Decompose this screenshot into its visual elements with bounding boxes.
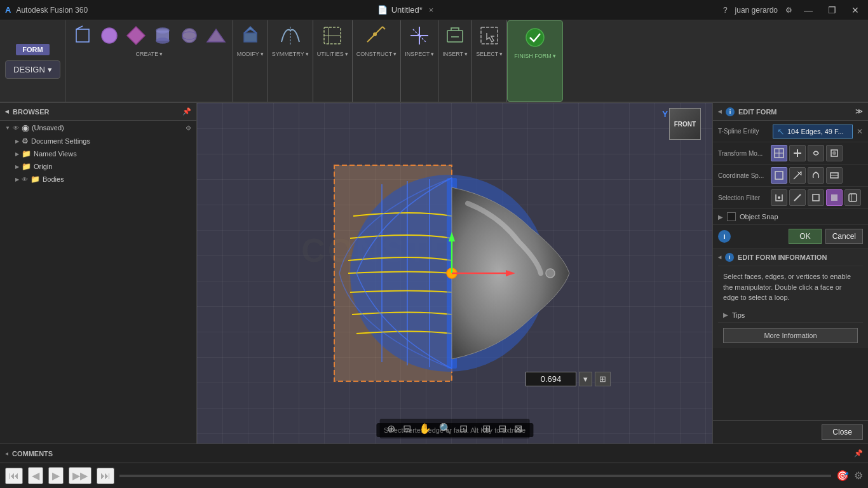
timeline-bar[interactable] (119, 475, 831, 477)
pan-icon[interactable]: ✋ (416, 421, 434, 436)
create-box-btn[interactable] (70, 23, 95, 48)
sel-filter-btn-4[interactable] (826, 189, 843, 206)
ef-info-expand[interactable]: ◂ (718, 254, 721, 261)
coord-space-btn-3[interactable] (808, 167, 824, 184)
close-btn-container: Close (713, 420, 868, 444)
skip-end-btn[interactable]: ⏭ (97, 468, 114, 484)
display-mode-btn[interactable]: ⊞ (480, 421, 493, 436)
construct-btn-1[interactable] (363, 23, 389, 48)
transform-mode-btn-1[interactable] (771, 145, 787, 161)
sel-filter-btn-2[interactable] (789, 189, 806, 206)
symmetry-btn-1[interactable] (278, 23, 303, 48)
insert-arrow[interactable]: ▾ (465, 51, 468, 57)
snap-icon[interactable]: ⊕ (384, 421, 398, 436)
browser-item-doc-settings[interactable]: ▶ ⚙ Document Settings (0, 135, 196, 147)
transform-mode-btn-4[interactable] (826, 145, 843, 161)
maximize-btn[interactable]: ❐ (824, 4, 840, 17)
comments-pin-btn[interactable]: 📌 (854, 449, 863, 458)
close-button[interactable]: Close (822, 424, 863, 440)
coord-space-btn-4[interactable] (826, 167, 843, 184)
collapse-browser-btn[interactable]: ◂ (5, 107, 9, 116)
select-btn-1[interactable] (477, 23, 502, 48)
modify-icons (238, 23, 263, 48)
sel-filter-btn-3[interactable] (808, 189, 824, 206)
value-input-field[interactable] (526, 372, 576, 386)
playback-bar: ⏮ ◀ ▶ ▶▶ ⏭ 🎯 ⚙ (0, 463, 868, 488)
view-cube-face-front[interactable]: FRONT (669, 108, 701, 140)
t-spline-value-field[interactable]: ↖ 104 Edges, 49 F... (773, 125, 853, 139)
create-sphere-btn[interactable] (97, 23, 122, 48)
object-snap-expand[interactable]: ▶ (718, 214, 723, 220)
bodies-visibility[interactable]: 👁 (22, 176, 28, 183)
modify-btn-1[interactable] (238, 23, 263, 48)
zoom-icon[interactable]: 🔍 (437, 421, 454, 436)
view-options-btn[interactable]: ⊠ (512, 421, 525, 436)
settings-icon-playback[interactable]: ⚙ (854, 470, 863, 482)
design-button[interactable]: DESIGN ▾ (5, 60, 60, 79)
browser-item-named-views[interactable]: ▶ 📁 Named Views (0, 147, 196, 160)
form-tab[interactable]: FORM (16, 44, 49, 55)
inspect-arrow[interactable]: ▾ (431, 51, 434, 57)
settings-icon[interactable]: ⚙ (785, 6, 792, 15)
transform-mode-btn-3[interactable] (808, 145, 824, 161)
transform-mode-btn-2[interactable] (789, 145, 806, 161)
comments-bar: ◂ COMMENTS 📌 (0, 444, 868, 463)
grid-display-btn[interactable]: ⊟ (496, 421, 509, 436)
inspect-btn-1[interactable] (407, 23, 432, 48)
collapse-comments-btn[interactable]: ◂ (5, 450, 8, 457)
expand-ef-btn[interactable]: ≫ (855, 107, 863, 116)
create-cylinder-btn[interactable] (150, 23, 175, 48)
unsaved-icon: ◉ (22, 123, 29, 133)
utilities-btn-1[interactable] (320, 23, 345, 48)
value-dropdown-btn[interactable]: ▾ (579, 372, 592, 386)
t-spline-clear-btn[interactable]: ✕ (857, 127, 863, 136)
collapse-ef-btn[interactable]: ◂ (718, 107, 722, 116)
more-information-button[interactable]: More Information (723, 328, 858, 343)
sel-filter-btn-1[interactable] (771, 189, 787, 206)
finish-form-arrow[interactable]: ▾ (553, 53, 556, 59)
cancel-button[interactable]: Cancel (825, 229, 863, 244)
grid-icon[interactable]: ⊟ (400, 421, 414, 436)
next-btn[interactable]: ▶▶ (69, 467, 92, 484)
create-diamond-btn[interactable] (123, 23, 149, 48)
coord-space-btn-1[interactable] (771, 167, 787, 184)
unsaved-visibility[interactable]: 👁 (13, 125, 19, 132)
construct-arrow[interactable]: ▾ (393, 51, 397, 57)
prev-btn[interactable]: ◀ (28, 467, 43, 484)
browser-item-origin[interactable]: ▶ 📁 Origin (0, 160, 196, 173)
browser-item-bodies[interactable]: ▶ 👁 📁 Bodies (0, 173, 196, 186)
timeline-icon[interactable]: 🎯 (836, 470, 849, 482)
play-btn[interactable]: ▶ (48, 467, 64, 484)
close-btn[interactable]: ✕ (848, 4, 863, 17)
utilities-arrow[interactable]: ▾ (345, 51, 348, 57)
coord-space-btn-2[interactable] (789, 167, 806, 184)
finish-form-btn[interactable] (522, 25, 548, 50)
create-arrow[interactable]: ▾ (159, 51, 163, 57)
create-wedge-btn[interactable] (203, 23, 229, 48)
help-icon[interactable]: ? (723, 6, 728, 15)
select-arrow[interactable]: ▾ (499, 51, 503, 57)
modify-arrow[interactable]: ▾ (261, 51, 264, 57)
construct-section: CONSTRUCT ▾ (353, 20, 402, 102)
fit-icon[interactable]: ⊡ (457, 421, 470, 436)
comments-title: COMMENTS (12, 450, 53, 458)
minimize-btn[interactable]: — (800, 4, 817, 17)
browser-item-unsaved[interactable]: ▼ 👁 ◉ (Unsaved) ⚙ (0, 121, 196, 135)
browser-pin-btn[interactable]: 📌 (182, 107, 191, 116)
unsaved-chevron: ▼ (5, 125, 10, 131)
unsaved-settings[interactable]: ⚙ (186, 125, 191, 132)
ok-button[interactable]: OK (789, 229, 821, 244)
close-tab-btn[interactable]: × (429, 5, 434, 15)
view-cube[interactable]: FRONT (669, 108, 707, 152)
create-shape-btn[interactable] (177, 23, 202, 48)
value-action-btn[interactable]: ⊞ (595, 372, 611, 386)
object-snap-checkbox[interactable] (727, 212, 736, 221)
skip-start-btn[interactable]: ⏮ (5, 468, 23, 484)
insert-btn-1[interactable] (442, 23, 468, 48)
sel-filter-btn-5[interactable] (844, 189, 861, 206)
canvas[interactable]: CONSTRUCT - Y FRONT (197, 103, 712, 444)
symmetry-arrow[interactable]: ▾ (306, 51, 309, 57)
tips-row[interactable]: ▶ Tips (718, 308, 863, 323)
ef-info-header: ◂ i EDIT FORM INFORMATION (718, 248, 863, 266)
toolbar: FORM DESIGN ▾ (0, 20, 868, 103)
